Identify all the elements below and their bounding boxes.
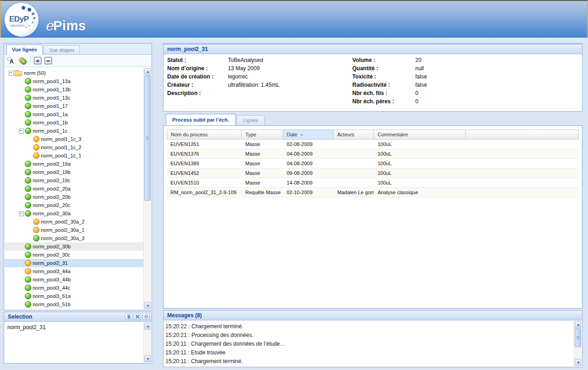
green-status-icon [25,161,31,167]
tree-item[interactable]: norm_pool1_17 [5,102,143,110]
tree-item[interactable]: norm_pool1_1b [5,118,143,127]
tree-expander-spacer [27,151,33,160]
status-legend-icon[interactable] [18,57,27,64]
tree-scrollbar[interactable] [143,68,151,309]
tree-item[interactable]: norm_pool1_1c_2 [5,143,143,151]
header-divider [0,38,588,42]
tree-item[interactable]: norm_pool1_1c_3 [5,135,143,143]
tree-expander-spacer [19,292,25,300]
selection-list-item[interactable]: norm_pool2_31 [5,322,151,331]
selection-toolbar [125,313,150,320]
tree-item[interactable]: norm_pool2_19b [5,168,143,176]
tree-item[interactable]: norm_pool1_1c_1 [5,151,143,160]
field-value: 0 [415,90,418,98]
tree-expander-icon[interactable] [19,127,25,135]
green-status-icon [25,194,31,200]
tree-item[interactable]: norm_pool3_44c [5,284,143,292]
tree-item[interactable]: norm_pool2_30b [5,242,143,251]
process-table-header: Nom du processTypeDate▲ActeursCommentair… [167,129,579,140]
scroll-down-icon[interactable] [144,355,151,362]
tree-expander-icon[interactable] [9,69,15,77]
scroll-up-icon[interactable] [575,321,581,328]
settings-gear-icon[interactable] [142,313,150,320]
scrollbar-thumb[interactable] [575,329,581,347]
column-header-commentaire[interactable]: Commentaire [374,129,466,140]
table-row[interactable]: EUVEN1510Masse14-08-2009100uL [167,178,579,188]
table-row[interactable]: EUVEN1351Masse02-08-2009100uL [167,140,579,149]
tree-expander-icon[interactable] [19,209,25,218]
detail-titlebar: norm_pool2_31 [164,45,582,54]
scroll-up-icon[interactable] [144,323,151,330]
table-cell: Masse [242,159,283,168]
find-text-icon[interactable]: A [7,57,15,64]
app-title: ePims [45,17,86,34]
logo-sub-text: Laboratoire [10,24,25,27]
tree-item[interactable]: norm_pool2_20b [5,193,143,201]
tree-item[interactable]: norm_pool3_44b [5,275,143,284]
tree-item[interactable]: norm_pool1_13c [5,94,143,102]
scroll-up-icon[interactable] [144,68,151,75]
collapse-all-button[interactable] [45,57,52,64]
tree-item[interactable]: norm_pool1_13b [5,85,143,94]
tree-item[interactable]: norm_pool3_51a [5,292,143,300]
tree-item[interactable]: norm (50) [5,69,143,77]
table-cell [466,140,579,149]
trash-icon[interactable] [125,313,132,320]
column-header-type[interactable]: Type [242,129,283,140]
column-header-empty [466,129,579,140]
tree-item[interactable]: norm_pool2_20a [5,185,143,193]
table-row[interactable]: EUVEN1452Masse09-08-2009100uL [167,168,579,178]
field-value: null [415,65,424,73]
column-header-date[interactable]: Date▲ [283,129,334,140]
table-cell [334,168,374,178]
tree-expander-spacer [19,168,25,176]
tree-item[interactable]: norm_pool2_19a [5,160,143,168]
close-icon[interactable] [134,313,141,320]
tree-item[interactable]: norm_pool2_30a_3 [5,234,143,242]
tree-item-label: norm_pool2_31 [32,260,68,266]
detail-field: Description : [167,90,279,98]
detail-field: Nbr éch. pères :0 [352,98,427,107]
table-cell: 100uL [374,140,466,149]
tab-process[interactable]: Process subit par l’éch. [166,114,236,125]
table-cell [466,149,579,158]
tree-item[interactable]: norm_pool1_13a [5,77,143,85]
tree-item[interactable]: norm_pool1_1a [5,110,143,118]
tab-lignee[interactable]: Lignée [237,115,265,125]
column-header-acteurs[interactable]: Acteurs [334,129,374,140]
selection-scrollbar[interactable] [143,322,151,363]
table-row[interactable]: EUVEN1389Masse04-08-2009100uL [167,159,579,168]
tree-item[interactable]: norm_pool1_1c [5,127,143,135]
table-row[interactable]: RM_norm_pool2_31_2-9-109Requête Masse02-… [167,188,579,197]
column-header-nom-du-process[interactable]: Nom du process [167,129,242,140]
tree-item-label: norm_pool3_44c [32,285,70,291]
scroll-down-icon[interactable] [144,302,151,309]
tree-item[interactable]: norm_pool2_30a [5,209,143,218]
tree-list: norm (50)norm_pool1_13anorm_pool1_13bnor… [5,69,143,308]
tree-item[interactable]: norm_pool2_19c [5,176,143,185]
messages-scrollbar[interactable] [574,321,582,366]
scroll-down-icon[interactable] [575,359,581,366]
tree-item[interactable]: norm_pool2_31 [5,259,143,267]
table-cell: Masse [242,178,283,187]
tree-item-label: norm_pool1_1c_3 [40,136,81,142]
expand-all-button[interactable] [34,57,41,64]
logo-dot [33,17,35,19]
scrollbar-thumb[interactable] [144,76,151,201]
field-value: false [415,73,427,82]
field-label: Volume : [352,57,415,65]
tree-item[interactable]: norm_pool3_44a [5,267,143,275]
tree-item-label: norm_pool1_1b [32,120,68,125]
tree-item[interactable]: norm_pool2_20c [5,201,143,209]
tree-item[interactable]: norm_pool3_51b [5,300,143,308]
tree-item[interactable]: norm_pool2_30c [5,251,143,259]
tab-vue-lignee[interactable]: Vue lignée [6,45,43,55]
tab-vue-etapes[interactable]: Vue étapes [44,45,80,55]
tree-item[interactable]: norm_pool2_30a_1 [5,226,143,234]
green-status-icon [25,252,31,258]
table-row[interactable]: EUVEN1376Masse04-08-2009100uL [167,149,579,159]
app-header: EDyP Laboratoire ePims [0,0,588,38]
tree-item[interactable]: norm_pool2_30a_2 [5,218,143,226]
tree-item-label: norm_pool1_1c [32,128,68,134]
table-cell [466,188,579,197]
